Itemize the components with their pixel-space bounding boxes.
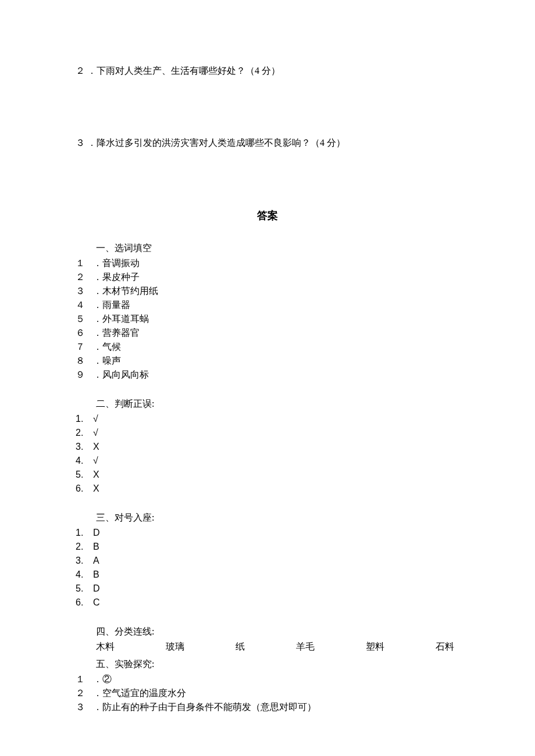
answer-title: 答案 [76, 208, 459, 224]
answer-num: ２ [76, 686, 93, 700]
answer-num: 6. [76, 482, 93, 496]
answer-text: ．② [93, 672, 459, 686]
answer-num: ４ [76, 298, 93, 312]
section1-item-1: １ ．音调振动 [76, 256, 459, 270]
section5-item-3: ３ ．防止有的种子由于自身条件不能萌发（意思对即可） [76, 700, 459, 714]
answer-num: 3. [76, 554, 93, 568]
question-3-text: ．降水过多引发的洪涝灾害对人类造成哪些不良影响？（4 分） [87, 138, 345, 148]
section5-item-2: ２ ．空气适宜的温度水分 [76, 686, 459, 700]
answer-num: ７ [76, 340, 93, 354]
section2-item-2: 2. √ [76, 426, 459, 440]
section3-heading: 三、对号入座: [96, 511, 459, 525]
section4-item-1: 木料 [96, 640, 115, 654]
section3-item-5: 5. D [76, 582, 459, 596]
answer-num: 4. [76, 568, 93, 582]
answer-text: ．气候 [93, 340, 459, 354]
answer-num: １ [76, 256, 93, 270]
answer-text: ．外耳道耳蜗 [93, 312, 459, 326]
question-3-num: ３ [76, 138, 85, 148]
section2-item-3: 3. X [76, 440, 459, 454]
answer-text: C [93, 596, 100, 610]
answer-num: １ [76, 672, 93, 686]
section3-item-2: 2. B [76, 540, 459, 554]
answer-num: ２ [76, 270, 93, 284]
section5-heading: 五、实验探究: [96, 657, 459, 671]
answer-text: ．空气适宜的温度水分 [93, 686, 459, 700]
section1-item-5: ５ ．外耳道耳蜗 [76, 312, 459, 326]
section3-item-1: 1. D [76, 526, 459, 540]
section3-item-3: 3. A [76, 554, 459, 568]
question-2-num: ２ [76, 66, 85, 76]
answer-text: ．噪声 [93, 354, 459, 368]
section1-item-9: ９ ．风向风向标 [76, 368, 459, 382]
section1-item-4: ４ ．雨量器 [76, 298, 459, 312]
answer-num: 2. [76, 426, 93, 440]
answer-text: ．音调振动 [93, 256, 459, 270]
section4-item-4: 羊毛 [296, 640, 315, 654]
answer-text: ．雨量器 [93, 298, 459, 312]
answer-num: 5. [76, 582, 93, 596]
section4-item-5: 塑料 [366, 640, 384, 654]
answer-num: ３ [76, 700, 93, 714]
answer-text: D [93, 526, 100, 540]
answer-text: ．风向风向标 [93, 368, 459, 382]
answer-text: ．营养器官 [93, 326, 459, 340]
answer-text: B [93, 540, 99, 554]
answer-num: ３ [76, 284, 93, 298]
section4-heading: 四、分类连线: [96, 625, 459, 639]
answer-num: 6. [76, 596, 93, 610]
section2-item-5: 5. X [76, 468, 459, 482]
section1-heading: 一、选词填空 [96, 241, 459, 255]
answer-text: ．果皮种子 [93, 270, 459, 284]
answer-num: ５ [76, 312, 93, 326]
answer-num: ９ [76, 368, 93, 382]
answer-num: 1. [76, 412, 93, 426]
question-2-text: ．下雨对人类生产、生活有哪些好处？（4 分） [87, 66, 280, 76]
section4-item-2: 玻璃 [166, 640, 184, 654]
answer-num: ６ [76, 326, 93, 340]
section2-item-1: 1. √ [76, 412, 459, 426]
answer-text: √ [93, 412, 98, 426]
answer-text: A [93, 554, 99, 568]
answer-text: √ [93, 426, 98, 440]
answer-num: 1. [76, 526, 93, 540]
section4-item-3: 纸 [236, 640, 245, 654]
section1-item-3: ３ ．木材节约用纸 [76, 284, 459, 298]
answer-num: 3. [76, 440, 93, 454]
section2-heading: 二、判断正误: [96, 397, 459, 411]
section4-row: 木料 玻璃 纸 羊毛 塑料 石料 [96, 640, 459, 654]
section4-item-6: 石料 [436, 640, 454, 654]
answer-num: ８ [76, 354, 93, 368]
section1-item-7: ７ ．气候 [76, 340, 459, 354]
section3-item-6: 6. C [76, 596, 459, 610]
section1-item-2: ２ ．果皮种子 [76, 270, 459, 284]
question-2: ２ ．下雨对人类生产、生活有哪些好处？（4 分） [76, 64, 459, 78]
answer-num: 5. [76, 468, 93, 482]
answer-num: 4. [76, 454, 93, 468]
question-3: ３ ．降水过多引发的洪涝灾害对人类造成哪些不良影响？（4 分） [76, 136, 459, 150]
answer-text: ．木材节约用纸 [93, 284, 459, 298]
section2-item-6: 6. X [76, 482, 459, 496]
section5-item-1: １ ．② [76, 672, 459, 686]
section3-item-4: 4. B [76, 568, 459, 582]
answer-text: X [93, 440, 99, 454]
answer-text: B [93, 568, 99, 582]
answer-text: X [93, 482, 99, 496]
answer-text: ．防止有的种子由于自身条件不能萌发（意思对即可） [93, 700, 459, 714]
section1-item-6: ６ ．营养器官 [76, 326, 459, 340]
answer-text: X [93, 468, 99, 482]
answer-num: 2. [76, 540, 93, 554]
section2-item-4: 4. √ [76, 454, 459, 468]
answer-text: √ [93, 454, 98, 468]
section1-item-8: ８ ．噪声 [76, 354, 459, 368]
answer-text: D [93, 582, 100, 596]
